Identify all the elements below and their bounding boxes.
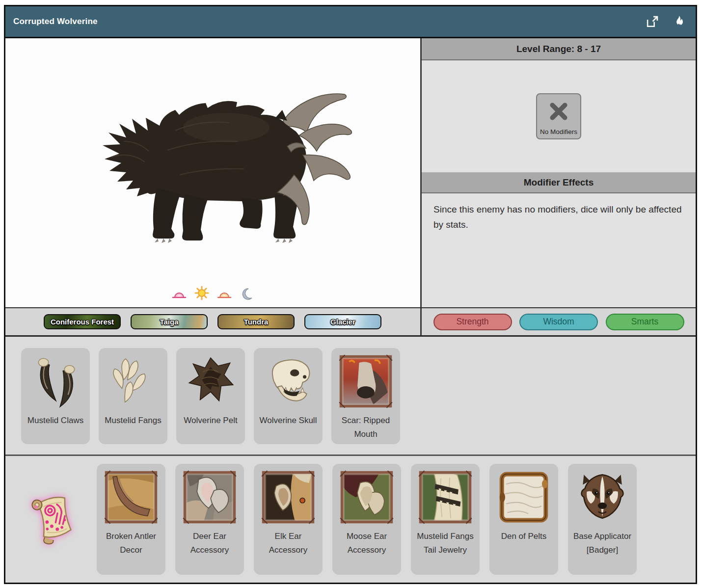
drop-label: Mustelid Claws xyxy=(21,414,90,428)
mustelid-fangs-tail-jewelry-art xyxy=(418,470,473,525)
stat-button-wisdom[interactable]: Wisdom xyxy=(519,314,598,330)
den-of-pelts-art xyxy=(496,470,551,525)
recipe-cards: Broken Antler Decor xyxy=(97,464,637,575)
drop-card-mustelid-claws[interactable]: Mustelid Claws xyxy=(21,348,90,444)
recipe-label: Den of Pelts xyxy=(489,530,558,543)
no-modifiers-box: No Modifiers xyxy=(536,93,581,139)
no-modifiers-label: No Modifiers xyxy=(540,128,577,138)
recipe-label: Mustelid Fangs Tail Jewelry xyxy=(411,530,480,557)
info-panel: Level Range: 8 - 17 No Modifiers Modifie… xyxy=(420,38,696,307)
drop-label: Scar: Ripped Mouth xyxy=(331,414,400,441)
stat-buttons: Strength Wisdom Smarts xyxy=(420,308,696,335)
base-applicator-badger-art xyxy=(575,470,630,525)
drop-label: Wolverine Pelt xyxy=(176,414,245,428)
drop-card-wolverine-pelt[interactable]: Wolverine Pelt xyxy=(176,348,245,444)
mustelid-fangs-art xyxy=(106,354,161,409)
scar-ripped-mouth-art xyxy=(338,354,393,409)
broken-antler-decor-art xyxy=(104,470,159,525)
recipe-label: Moose Ear Accessory xyxy=(332,530,401,557)
flame-icon[interactable] xyxy=(671,14,686,29)
level-range-header: Level Range: 8 - 17 xyxy=(422,38,696,60)
modifier-effects-text: Since this enemy has no modifiers, dice … xyxy=(422,193,696,307)
biome-buttons: Coniferous Forest Taiga Tundra Glacier xyxy=(5,308,420,335)
enemy-illustration xyxy=(79,73,354,254)
main-area: Level Range: 8 - 17 No Modifiers Modifie… xyxy=(5,38,696,308)
recipe-card-base-applicator-badger[interactable]: Base Applicator [Badger] xyxy=(568,464,637,575)
biome-button-taiga[interactable]: Taiga xyxy=(131,314,208,329)
recipe-card-moose-ear-accessory[interactable]: Moose Ear Accessory xyxy=(332,464,401,575)
day-icon xyxy=(194,288,209,300)
recipe-card-broken-antler-decor[interactable]: Broken Antler Decor xyxy=(97,464,165,575)
wolverine-skull-art xyxy=(261,354,316,409)
elk-ear-accessory-art xyxy=(261,470,316,525)
enemy-title: Corrupted Wolverine xyxy=(13,17,98,27)
recipe-card-deer-ear-accessory[interactable]: Deer Ear Accessory xyxy=(175,464,244,575)
recipe-card-mustelid-fangs-tail-jewelry[interactable]: Mustelid Fangs Tail Jewelry xyxy=(411,464,480,575)
modifier-effects-header: Modifier Effects xyxy=(422,172,696,193)
mustelid-claws-art xyxy=(28,354,83,409)
biome-button-coniferous-forest[interactable]: Coniferous Forest xyxy=(44,314,121,329)
active-times-row xyxy=(5,288,420,300)
stat-button-smarts[interactable]: Smarts xyxy=(606,314,684,330)
dawn-icon xyxy=(172,288,187,300)
recipe-label: Elk Ear Accessory xyxy=(254,530,323,557)
recipe-card-elk-ear-accessory[interactable]: Elk Ear Accessory xyxy=(254,464,323,575)
stat-button-strength[interactable]: Strength xyxy=(433,314,512,330)
drops-section: Mustelid Claws Mustelid Fangs xyxy=(5,337,696,456)
drop-label: Mustelid Fangs xyxy=(99,414,167,428)
biome-button-tundra[interactable]: Tundra xyxy=(217,314,295,329)
recipe-scroll-icon xyxy=(23,490,80,549)
enemy-image-panel xyxy=(5,38,420,307)
recipe-label: Base Applicator [Badger] xyxy=(568,530,637,557)
enemy-window: Corrupted Wolverine xyxy=(4,5,697,584)
drop-card-mustelid-fangs[interactable]: Mustelid Fangs xyxy=(99,348,167,444)
x-icon xyxy=(547,94,570,128)
drop-label: Wolverine Skull xyxy=(254,414,323,428)
recipe-label: Broken Antler Decor xyxy=(97,530,165,557)
external-link-icon[interactable] xyxy=(645,14,659,29)
night-icon xyxy=(240,288,254,300)
modifiers-area: No Modifiers xyxy=(422,60,696,172)
moose-ear-accessory-art xyxy=(339,470,394,525)
page: Corrupted Wolverine xyxy=(0,0,702,588)
recipes-section: Broken Antler Decor xyxy=(5,456,696,583)
biome-button-glacier[interactable]: Glacier xyxy=(304,314,381,329)
recipe-scroll-wrap xyxy=(20,490,83,549)
wolverine-pelt-art xyxy=(183,354,238,409)
drop-card-wolverine-skull[interactable]: Wolverine Skull xyxy=(254,348,323,444)
titlebar: Corrupted Wolverine xyxy=(5,6,696,38)
recipe-label: Deer Ear Accessory xyxy=(175,530,244,557)
recipe-card-den-of-pelts[interactable]: Den of Pelts xyxy=(489,464,558,575)
biome-stat-strip: Coniferous Forest Taiga Tundra Glacier S… xyxy=(5,308,696,337)
deer-ear-accessory-art xyxy=(182,470,237,525)
drop-card-scar-ripped-mouth[interactable]: Scar: Ripped Mouth xyxy=(331,348,400,444)
dusk-icon xyxy=(217,288,232,300)
